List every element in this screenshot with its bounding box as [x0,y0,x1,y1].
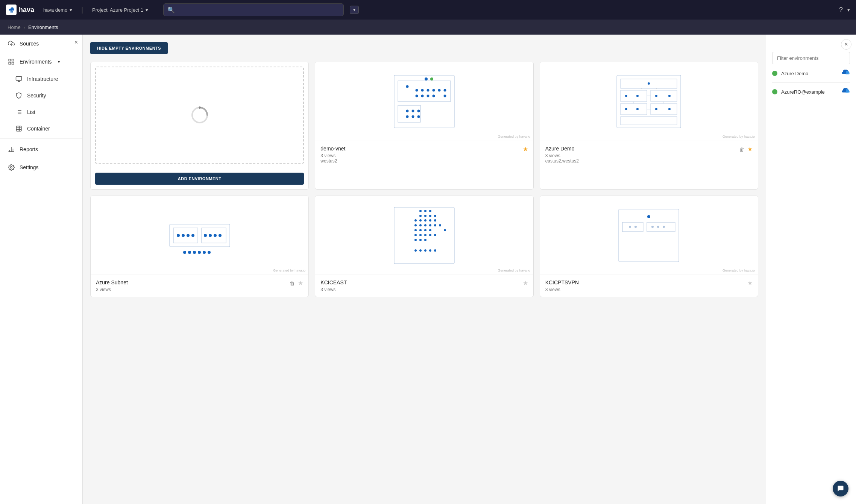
svg-point-44 [411,109,414,112]
sidebar-close-button[interactable]: × [74,39,78,46]
svg-point-115 [434,234,436,236]
kciceast-views: 3 views [320,287,347,292]
svg-point-80 [214,234,217,237]
azure-demo-trash[interactable]: 🗑 [739,146,744,152]
workspace-chevron: ▾ [70,7,72,13]
env-card-demo-vnet[interactable]: Generated by hava.io demo-vnet 3 views w… [315,62,533,190]
svg-point-83 [188,251,191,254]
kcicptsvpn-name: KCICPTSVPN [545,279,579,285]
svg-point-85 [198,251,201,254]
add-environment-card[interactable]: ADD ENVIRONMENT [90,62,309,190]
sidebar-item-environments[interactable]: Environments ▾ [0,53,82,71]
sidebar-item-sources[interactable]: Sources [0,35,82,53]
svg-rect-3 [12,62,14,64]
svg-point-121 [419,249,422,252]
azure-demo-cloud-icon [841,69,850,78]
table-icon [15,125,23,132]
azure-subnet-trash[interactable]: 🗑 [290,280,295,286]
filter-environments-input[interactable] [772,52,850,64]
add-environment-button[interactable]: ADD ENVIRONMENT [95,173,304,185]
azure-subnet-star[interactable]: ★ [298,279,303,287]
sidebar-item-infrastructure[interactable]: Infrastructure [0,71,82,87]
svg-point-122 [424,249,426,252]
kciceast-star[interactable]: ★ [523,279,528,287]
sidebar-item-settings[interactable]: Settings [0,158,82,176]
svg-point-116 [414,239,417,241]
monitor-icon [15,75,23,83]
demo-vnet-generated-by: Generated by hava.io [498,135,530,138]
grid-icon [8,58,15,65]
svg-point-35 [432,89,435,91]
env-card-azure-demo[interactable]: Generated by hava.io Azure Demo 3 views … [540,62,758,190]
svg-point-92 [419,215,422,217]
svg-point-108 [419,229,422,231]
sidebar-item-security[interactable]: Security [0,87,82,104]
search-filter-button[interactable]: ▾ [350,6,359,14]
right-panel: × Azure Demo AzureRO@example [766,35,856,504]
demo-vnet-star[interactable]: ★ [523,146,528,153]
source-item-azureroexample[interactable]: AzureRO@example [772,83,850,101]
svg-rect-28 [398,105,420,122]
kcicptsvpn-info: KCICPTSVPN 3 views ★ [540,275,758,297]
svg-point-38 [415,94,418,97]
demo-vnet-diagram [387,68,462,135]
svg-rect-4 [9,62,11,64]
project-dropdown[interactable]: Project: Azure Project 1 ▾ [89,6,151,14]
svg-point-102 [419,224,422,226]
azureroexample-source-name: AzureRO@example [781,89,837,95]
svg-point-23 [11,167,12,169]
svg-point-86 [203,251,206,254]
user-dropdown[interactable]: ▾ [847,7,850,13]
environments-grid: ADD ENVIRONMENT [90,62,758,297]
env-card-kciceast[interactable]: Generated by hava.io KCICEAST 3 views ★ [315,196,533,297]
logo-text: hava [19,6,34,14]
svg-point-34 [426,89,429,91]
svg-point-61 [625,95,627,97]
kciceast-name: KCICEAST [320,279,347,285]
env-card-azure-subnet[interactable]: Generated by hava.io Azure Subnet 3 view… [90,196,309,297]
help-icon[interactable]: ? [839,6,843,14]
kcicptsvpn-generated-by: Generated by hava.io [722,269,755,272]
svg-point-77 [191,234,194,237]
svg-point-90 [424,210,426,212]
svg-point-109 [424,229,426,231]
svg-point-62 [636,95,639,97]
sources-list: Azure Demo AzureRO@example [772,64,850,101]
gear-icon [8,164,15,171]
svg-point-91 [429,210,431,212]
svg-point-75 [182,234,185,237]
sidebar-item-container[interactable]: Container [0,120,82,137]
search-bar[interactable]: 🔍 [163,3,344,16]
hide-empty-environments-button[interactable]: HIDE EMPTY ENVIRONMENTS [90,42,168,54]
azure-subnet-diagram [162,202,237,269]
svg-point-130 [634,226,637,228]
breadcrumb-home[interactable]: Home [8,24,21,30]
shield-icon [15,92,23,99]
sidebar-item-reports[interactable]: Reports [0,140,82,158]
azure-subnet-views: 3 views [96,287,128,292]
search-input[interactable] [178,7,340,13]
svg-point-131 [651,226,654,228]
logo[interactable]: hava [6,5,34,15]
svg-point-99 [429,219,431,222]
svg-point-46 [406,115,408,118]
workspace-dropdown[interactable]: hava demo ▾ [40,6,75,14]
env-card-kcicptsvpn[interactable]: Generated by hava.io KCICPTSVPN 3 views … [540,196,758,297]
kcicptsvpn-star[interactable]: ★ [747,279,753,287]
source-item-azure-demo[interactable]: Azure Demo [772,64,850,83]
azure-demo-star[interactable]: ★ [747,146,753,153]
svg-point-25 [199,106,201,109]
chat-widget[interactable] [833,481,848,496]
close-icon: × [844,41,848,48]
svg-point-84 [193,251,196,254]
svg-rect-5 [16,76,22,80]
svg-point-106 [439,224,441,226]
sidebar-item-list[interactable]: List [0,104,82,120]
sidebar-item-environments-label: Environments [20,59,52,65]
svg-point-98 [424,219,426,222]
environments-chevron: ▾ [58,60,60,64]
svg-point-126 [647,215,650,218]
top-nav: hava hava demo ▾ | Project: Azure Projec… [0,0,856,20]
kcicptsvpn-diagram [611,202,686,269]
right-panel-close-button[interactable]: × [841,39,851,50]
